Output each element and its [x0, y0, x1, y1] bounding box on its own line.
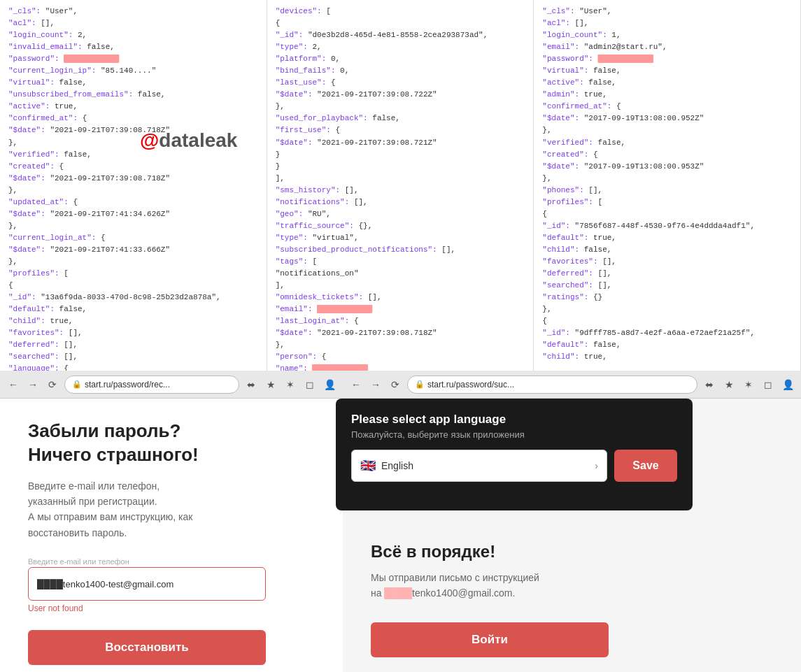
bottom-section: ← → ⟳ 🔒 start.ru/password/rec... ⬌ ★ ✶ ◻…	[0, 371, 801, 672]
data-line: },	[8, 256, 258, 268]
data-line: "acl": [],	[8, 17, 258, 29]
language-modal: Please select app language Пожалуйста, в…	[336, 399, 693, 510]
data-line: "ratings": {}	[542, 292, 792, 303]
data-line: "admin": true,	[542, 89, 792, 101]
data-line: "$date": "2017-09-19T13:08:00.952Z"	[542, 113, 792, 124]
data-line: "favorites": [],	[8, 327, 258, 339]
forward-button-left[interactable]: →	[25, 377, 41, 392]
language-flag: 🇬🇧	[360, 458, 376, 473]
data-line: "language": {	[8, 363, 258, 371]
data-line: "login_count": 2,	[8, 29, 258, 41]
back-button-left[interactable]: ←	[6, 377, 21, 392]
data-line: "$date": "2017-09-19T13:08:00.953Z"	[542, 161, 792, 173]
share-icon-right[interactable]: ⬌	[702, 377, 717, 392]
star-icon-right[interactable]: ★	[721, 377, 737, 392]
data-line: "$date": "2021-09-21T07:39:08.718Z"	[8, 173, 258, 185]
address-bar-left[interactable]: 🔒 start.ru/password/rec...	[64, 376, 239, 394]
star-icon-left[interactable]: ★	[263, 377, 278, 392]
data-line: "_id": "7856f687-448f-4530-9f76-4e4ddda4…	[542, 220, 792, 232]
data-line: },	[8, 185, 258, 196]
browser-bar-right: ← → ⟳ 🔒 start.ru/password/suc... ⬌ ★ ✶ ◻…	[343, 371, 801, 399]
address-bar-right[interactable]: 🔒 start.ru/password/suc...	[407, 376, 697, 394]
data-line: "invalid_email": false,	[8, 41, 258, 53]
data-line: "subscribed_product_notifications": [],	[276, 244, 525, 256]
refresh-button-left[interactable]: ⟳	[45, 377, 60, 392]
menu-icon-left[interactable]: ◻	[302, 377, 318, 392]
refresh-button-right[interactable]: ⟳	[388, 377, 403, 392]
data-line: "default": false,	[542, 339, 792, 351]
login-button[interactable]: Войти	[371, 622, 609, 657]
modal-subtitle: Пожалуйста, выберите язык приложения	[351, 429, 677, 440]
lock-icon-left: 🔒	[72, 380, 82, 389]
data-column-2: "devices": [ { "_id": "d0e3b2d8-465d-4e8…	[267, 0, 534, 371]
password-recovery-panel: Забыли пароль? Ничего страшного! Введите…	[0, 399, 343, 672]
data-line: "platform": 0,	[276, 53, 525, 65]
data-line: "$date": "2021-09-21T07:39:08.718Z"	[276, 327, 525, 339]
back-button-right[interactable]: ←	[348, 377, 364, 392]
extensions-icon-left[interactable]: ✶	[283, 377, 298, 392]
data-line: "profiles": [	[8, 268, 258, 280]
url-right: start.ru/password/suc...	[427, 380, 514, 389]
data-line: "child": false,	[542, 244, 792, 256]
save-language-label: Save	[632, 459, 658, 471]
data-line: "verified": false,	[542, 137, 792, 149]
data-line: "virtual": false,	[542, 65, 792, 77]
data-line: "active": true,	[8, 101, 258, 113]
data-line: }	[276, 149, 525, 161]
extensions-icon-right[interactable]: ✶	[741, 377, 756, 392]
redacted-email: ████	[384, 587, 412, 599]
data-line: "acl": [],	[542, 17, 792, 29]
url-left: start.ru/password/rec...	[85, 380, 170, 389]
data-line: "first_use": {	[276, 124, 525, 136]
menu-icon-right[interactable]: ◻	[760, 377, 776, 392]
data-line: "phones": [],	[542, 185, 792, 196]
data-line: "last_login_at": {	[276, 315, 525, 327]
data-column-1: "_cls": "User","acl": [],"login_count": …	[0, 0, 267, 371]
data-line: "created": {	[542, 149, 792, 161]
recovery-title: Забыли пароль? Ничего страшного!	[28, 420, 315, 467]
data-line: "omnidesk_tickets": [],	[276, 292, 525, 303]
email-phone-input[interactable]	[28, 567, 266, 601]
language-label: English	[381, 460, 413, 471]
data-line: {	[8, 280, 258, 292]
language-selector[interactable]: 🇬🇧 English ›	[351, 450, 607, 482]
dataleak-text: dataleak	[159, 129, 237, 151]
restore-button[interactable]: Восстановить	[28, 630, 266, 665]
data-line: "$date": "2021-09-21T07:41:34.626Z"	[8, 208, 258, 220]
chevron-right-icon: ›	[595, 460, 598, 471]
data-line: "$date": "2021-09-21T07:39:08.721Z"	[276, 137, 525, 149]
profile-icon-right[interactable]: 👤	[780, 377, 795, 392]
data-line: "notifications": [],	[276, 196, 525, 208]
forward-button-right[interactable]: →	[368, 377, 383, 392]
data-line: "password": ████████████	[542, 53, 792, 65]
data-line: "_id": "13a6f9da-8033-470d-8c98-25b23d2a…	[8, 292, 258, 303]
data-line: "email": ████████████	[276, 303, 525, 315]
data-line: "bind_fails": 0,	[276, 65, 525, 77]
data-line: "name": ████████████	[276, 363, 525, 371]
data-line: "current_login_ip": "85.140...."	[8, 65, 258, 77]
data-line: "unsubscribed_from_emails": false,	[8, 89, 258, 101]
data-line: "deferred": [],	[8, 339, 258, 351]
save-language-button[interactable]: Save	[614, 450, 677, 482]
data-line: "child": true,	[542, 351, 792, 363]
recovery-description: Введите е-mail или телефон, указанный пр…	[28, 478, 315, 541]
data-line: "default": false,	[8, 303, 258, 315]
data-column-3: "_cls": "User","acl": [],"login_count": …	[534, 0, 801, 371]
data-line: "person": {	[276, 351, 525, 363]
data-line: {	[276, 17, 525, 29]
recovery-title-line1: Забыли пароль?	[28, 420, 180, 441]
data-line: "tags": [	[276, 256, 525, 268]
data-line: },	[542, 124, 792, 136]
data-line: "confirmed_at": {	[8, 113, 258, 124]
data-line: },	[276, 101, 525, 113]
share-icon-left[interactable]: ⬌	[243, 377, 259, 392]
data-line: "used_for_playback": false,	[276, 113, 525, 124]
profile-icon-left[interactable]: 👤	[322, 377, 337, 392]
restore-button-label: Восстановить	[105, 641, 188, 654]
data-line: "active": false,	[542, 77, 792, 89]
data-line: "_id": "9dfff785-a8d7-4e2f-a6aa-e72aef21…	[542, 327, 792, 339]
data-line: "searched": [],	[542, 280, 792, 292]
data-line: },	[542, 173, 792, 185]
data-line: "virtual": false,	[8, 77, 258, 89]
modal-title: Please select app language	[351, 413, 677, 427]
